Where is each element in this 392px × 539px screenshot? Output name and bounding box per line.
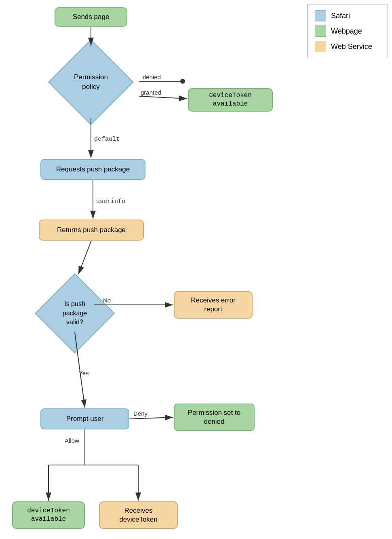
legend-color-webpage [315,25,326,37]
legend-label-webpage: Webpage [331,27,362,36]
prompt-user-label: Prompt user [66,414,104,423]
device-token-top-label: deviceTokenavailable [209,91,252,108]
node-device-token-top: deviceTokenavailable [188,88,273,112]
permission-denied-label: Permission set to denied [182,408,247,426]
svg-line-10 [129,417,173,419]
sends-page-label: Sends page [73,13,110,21]
label-denied: denied [143,74,161,80]
node-permission-denied: Permission set to denied [174,404,255,431]
label-yes: Yes [79,370,89,376]
node-sends-page: Sends page [55,7,127,27]
node-is-push-valid: Is pushpackagevalid? [36,275,113,352]
node-device-token-bottom: deviceTokenavailable [12,501,85,529]
label-allow: Allow [65,437,79,444]
node-receives-device-token: Receives deviceToken [99,501,178,529]
legend-color-safari [315,10,326,21]
svg-line-5 [139,96,187,99]
device-token-bottom-label: deviceTokenavailable [27,507,70,524]
requests-push-label: Requests push package [56,165,130,174]
label-default: default [94,136,120,143]
legend-item-webservice: Web Service [315,41,380,52]
diagram-container: Safari Webpage Web Service Sends page Pe… [0,0,392,539]
node-receives-error: Receives error report [174,291,253,319]
returns-push-label: Returns push package [57,226,126,235]
legend: Safari Webpage Web Service [307,4,388,58]
is-push-valid-shape [35,273,115,353]
node-prompt-user: Prompt user [40,408,129,429]
receives-device-token-label: Receives deviceToken [107,506,170,524]
denied-dot [180,79,185,84]
label-deny: Deny [133,410,148,417]
label-userinfo: userinfo [96,198,125,205]
node-returns-push: Returns push package [39,220,144,241]
legend-label-safari: Safari [331,12,350,20]
node-permission-policy: Permissionpolicy [42,47,139,117]
legend-color-webservice [315,41,326,52]
legend-label-webservice: Web Service [331,42,372,51]
node-requests-push: Requests push package [40,159,145,180]
permission-policy-shape [48,39,134,125]
legend-item-webpage: Webpage [315,25,380,37]
svg-line-7 [78,241,91,274]
label-granted: granted [141,89,161,96]
legend-item-safari: Safari [315,10,380,21]
receives-error-label: Receives error report [182,296,244,314]
